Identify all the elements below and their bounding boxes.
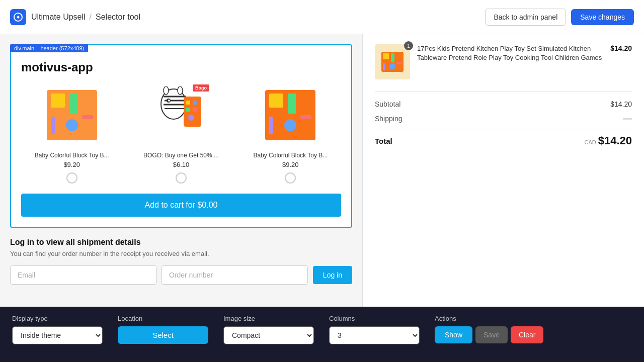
svg-rect-26 bbox=[300, 115, 311, 119]
product-price-1: $9.20 bbox=[63, 161, 80, 168]
login-subtitle: You can find your order number in the re… bbox=[10, 250, 352, 257]
product-image-1 bbox=[42, 82, 102, 148]
cart-badge: 1 bbox=[404, 41, 413, 50]
logo-icon bbox=[10, 9, 26, 25]
svg-rect-19 bbox=[186, 108, 190, 112]
breadcrumb-separator: / bbox=[90, 13, 92, 22]
location-select-button[interactable]: Select bbox=[118, 326, 208, 344]
app-name: Ultimate Upsell bbox=[31, 13, 86, 22]
header: Ultimate Upsell / Selector tool Back to … bbox=[0, 0, 644, 34]
product-name-2: BOGO: Buy one Get 50% ... bbox=[143, 152, 219, 159]
product-price-3: $9.20 bbox=[282, 161, 299, 168]
product-image-2: Bogo bbox=[151, 82, 211, 148]
login-button[interactable]: Log in bbox=[313, 266, 352, 284]
location-label: Location bbox=[118, 315, 208, 322]
image-size-group: Image size Compact Small Medium Large bbox=[223, 315, 314, 344]
svg-rect-23 bbox=[269, 94, 283, 108]
subtotal-label: Subtotal bbox=[375, 100, 400, 108]
svg-rect-20 bbox=[193, 108, 197, 112]
total-currency: CAD bbox=[584, 139, 596, 145]
columns-select[interactable]: 1 2 3 4 bbox=[329, 326, 420, 344]
subtotal-row: Subtotal $14.20 bbox=[375, 100, 632, 108]
svg-rect-30 bbox=[391, 53, 394, 62]
svg-point-14 bbox=[164, 86, 169, 95]
svg-point-25 bbox=[284, 119, 296, 131]
svg-rect-2 bbox=[51, 94, 65, 108]
image-size-label: Image size bbox=[223, 315, 314, 322]
product-card-2: Bogo BOGO: Buy one Get 50% ... $6.10 bbox=[130, 82, 231, 184]
add-to-cart-button[interactable]: Add to cart for $0.00 bbox=[21, 194, 341, 217]
total-row: Total CAD $14.20 bbox=[375, 129, 632, 147]
shipping-label: Shipping bbox=[375, 115, 403, 123]
svg-rect-32 bbox=[396, 62, 401, 64]
cart-item-image: 1 bbox=[375, 44, 410, 79]
login-title: Log in to view all shipment details bbox=[10, 238, 352, 247]
actions-buttons: Show Save Clear bbox=[435, 326, 543, 343]
subtotal-value: $14.20 bbox=[610, 100, 632, 108]
cart-item-details: 17Pcs Kids Pretend Kitchen Play Toy Set … bbox=[417, 44, 603, 64]
actions-group: Actions Show Save Clear bbox=[435, 315, 543, 343]
svg-rect-18 bbox=[193, 101, 197, 105]
right-panel: 1 17Pcs Kids Pretend Kitchen Play Toy Se… bbox=[362, 34, 644, 307]
svg-rect-33 bbox=[383, 63, 385, 70]
clear-button[interactable]: Clear bbox=[511, 326, 543, 343]
email-input[interactable] bbox=[10, 265, 156, 285]
product-price-2: $6.10 bbox=[173, 161, 190, 168]
app-title: motivus-app bbox=[21, 60, 341, 74]
left-panel: div.main__header (572x409) motivus-app bbox=[0, 34, 362, 307]
product-radio-1[interactable] bbox=[66, 172, 77, 184]
bottom-toolbar: Display type Inside theme Outside theme … bbox=[0, 307, 644, 362]
location-group: Location Select bbox=[118, 315, 208, 344]
display-type-group: Display type Inside theme Outside theme … bbox=[12, 315, 103, 344]
products-row: Baby Colorful Block Toy B... $9.20 bbox=[21, 82, 341, 184]
header-left: Ultimate Upsell / Selector tool bbox=[10, 9, 140, 25]
order-number-input[interactable] bbox=[162, 265, 308, 285]
product-name-3: Baby Colorful Block Toy B... bbox=[253, 152, 328, 159]
order-summary: Subtotal $14.20 Shipping — Total CAD $14… bbox=[375, 92, 632, 147]
product-radio-2[interactable] bbox=[176, 172, 187, 184]
total-label: Total bbox=[375, 137, 392, 145]
svg-point-4 bbox=[66, 119, 78, 131]
svg-point-31 bbox=[389, 63, 395, 69]
main-content: div.main__header (572x409) motivus-app bbox=[0, 34, 644, 307]
login-form: Log in bbox=[10, 265, 352, 285]
cart-item: 1 17Pcs Kids Pretend Kitchen Play Toy Se… bbox=[375, 44, 632, 79]
product-radio-3[interactable] bbox=[285, 172, 296, 184]
product-card-3: Baby Colorful Block Toy B... $9.20 bbox=[240, 82, 341, 184]
product-name-1: Baby Colorful Block Toy B... bbox=[35, 152, 109, 159]
page-title: Selector tool bbox=[96, 13, 140, 22]
cart-item-price: $14.20 bbox=[610, 44, 632, 52]
svg-rect-6 bbox=[51, 117, 55, 134]
bogo-badge: Bogo bbox=[193, 84, 209, 92]
widget-label: div.main__header (572x409) bbox=[10, 44, 88, 52]
image-size-select[interactable]: Compact Small Medium Large bbox=[223, 326, 314, 344]
svg-rect-24 bbox=[288, 94, 296, 114]
back-to-admin-button[interactable]: Back to admin panel bbox=[485, 9, 566, 26]
svg-rect-29 bbox=[383, 53, 389, 59]
svg-point-15 bbox=[178, 86, 183, 95]
cart-item-name: 17Pcs Kids Pretend Kitchen Play Toy Set … bbox=[417, 44, 603, 62]
svg-rect-17 bbox=[186, 101, 190, 105]
svg-point-13 bbox=[168, 100, 170, 102]
header-right: Back to admin panel Save changes bbox=[485, 9, 634, 26]
display-type-select[interactable]: Inside theme Outside theme Popup bbox=[12, 326, 103, 344]
shipping-row: Shipping — bbox=[375, 113, 632, 124]
widget-container: div.main__header (572x409) motivus-app bbox=[10, 44, 352, 228]
total-value: CAD $14.20 bbox=[584, 134, 632, 147]
shipping-value: — bbox=[623, 113, 632, 124]
total-amount: $14.20 bbox=[598, 134, 632, 147]
below-widget: Log in to view all shipment details You … bbox=[10, 228, 352, 285]
product-image-3 bbox=[260, 82, 320, 148]
widget-inner: motivus-app bbox=[11, 45, 351, 227]
svg-rect-27 bbox=[269, 117, 273, 134]
breadcrumb: Ultimate Upsell / Selector tool bbox=[31, 13, 140, 22]
save-changes-button[interactable]: Save changes bbox=[571, 9, 634, 25]
display-type-label: Display type bbox=[12, 315, 103, 322]
columns-label: Columns bbox=[329, 315, 420, 322]
actions-label: Actions bbox=[435, 315, 543, 322]
columns-group: Columns 1 2 3 4 bbox=[329, 315, 420, 344]
svg-point-21 bbox=[188, 115, 194, 121]
show-button[interactable]: Show bbox=[435, 326, 472, 343]
save-button[interactable]: Save bbox=[475, 326, 508, 343]
product-card: Baby Colorful Block Toy B... $9.20 bbox=[21, 82, 122, 184]
